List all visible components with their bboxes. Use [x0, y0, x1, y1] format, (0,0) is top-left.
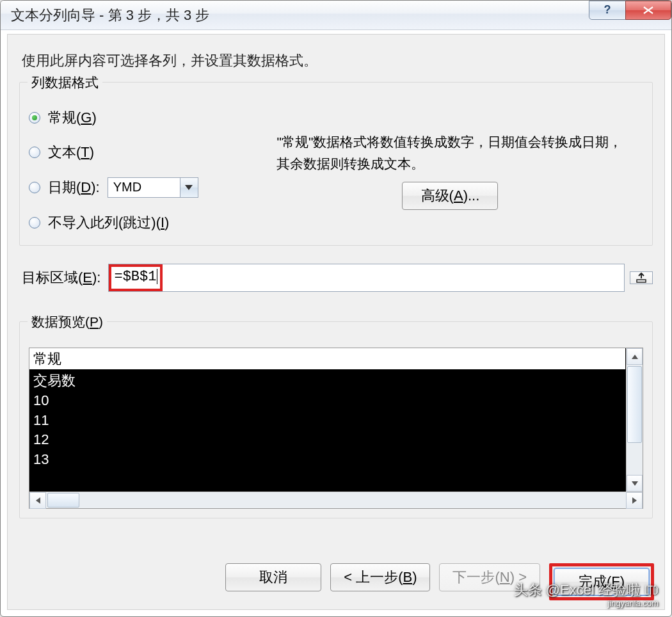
radio-skip[interactable]: 不导入此列(跳过)(I): [29, 213, 262, 232]
radio-date-label: 日期(D):: [48, 178, 100, 197]
preview-row: 12: [33, 430, 622, 450]
arrow-up-icon: [632, 355, 638, 359]
advanced-button[interactable]: 高级(A)...: [402, 182, 498, 210]
preview-row: 交易数: [33, 371, 622, 391]
arrow-left-icon: [36, 497, 40, 504]
range-picker-button[interactable]: [630, 271, 653, 284]
close-button[interactable]: [625, 1, 671, 20]
text-to-columns-wizard-dialog: 文本分列向导 - 第 3 步，共 3 步 ? 使用此屏内容可选择各列，并设置其数…: [0, 0, 672, 617]
scroll-down-button[interactable]: [627, 475, 643, 492]
help-button[interactable]: ?: [589, 1, 626, 20]
preview-group: 数据预览(P) 常规 交易数 10 11 12 13: [19, 321, 653, 518]
radio-icon: [29, 112, 40, 124]
dropdown-button[interactable]: [180, 178, 198, 197]
preview-row: 10: [33, 391, 622, 411]
destination-input[interactable]: =$B$1: [108, 264, 625, 292]
column-format-group: 列数据格式 常规(G) 文本(T) 日期(D): YMD: [19, 82, 653, 246]
radio-general-label: 常规(G): [48, 108, 97, 127]
preview-row: 13: [33, 450, 622, 470]
scroll-thumb[interactable]: [47, 493, 79, 508]
radio-text-label: 文本(T): [48, 143, 94, 162]
preview-column-header[interactable]: 常规: [29, 348, 626, 370]
arrow-down-icon: [632, 481, 638, 486]
finish-button-highlight: 完成(F): [549, 563, 654, 600]
collapse-dialog-icon: [636, 272, 647, 284]
close-icon: [642, 6, 655, 15]
date-format-combo[interactable]: YMD: [108, 177, 198, 198]
svg-rect-2: [637, 280, 646, 282]
scroll-thumb[interactable]: [627, 366, 642, 443]
radio-icon: [29, 147, 40, 158]
dialog-title: 文本分列向导 - 第 3 步，共 3 步: [7, 6, 589, 25]
instruction-text: 使用此屏内容可选择各列，并设置其数据格式。: [22, 51, 653, 70]
column-format-title: 列数据格式: [28, 74, 102, 92]
scroll-right-button[interactable]: [626, 492, 643, 509]
back-button[interactable]: < 上一步(B): [330, 563, 430, 591]
arrow-right-icon: [632, 497, 637, 504]
scroll-up-button[interactable]: [627, 348, 643, 365]
radio-skip-label: 不导入此列(跳过)(I): [48, 213, 169, 232]
titlebar-buttons: ?: [589, 1, 671, 24]
scroll-left-button[interactable]: [29, 492, 46, 509]
destination-label: 目标区域(E):: [22, 268, 100, 287]
next-button: 下一步(N) >: [439, 563, 540, 591]
titlebar[interactable]: 文本分列向导 - 第 3 步，共 3 步 ?: [1, 1, 671, 30]
finish-button[interactable]: 完成(F): [554, 568, 650, 596]
radio-date[interactable]: 日期(D): YMD: [29, 177, 262, 198]
date-format-value: YMD: [108, 178, 180, 197]
chevron-down-icon: [185, 185, 193, 190]
radio-text[interactable]: 文本(T): [29, 143, 262, 162]
dialog-body: 使用此屏内容可选择各列，并设置其数据格式。 列数据格式 常规(G) 文本(T) …: [7, 34, 665, 610]
preview-title: 数据预览(P): [28, 313, 107, 331]
preview-row: 11: [33, 411, 622, 431]
cancel-button[interactable]: 取消: [225, 563, 321, 591]
preview-grid[interactable]: 常规 交易数 10 11 12 13: [29, 348, 643, 492]
format-info-text: "常规"数据格式将数值转换成数字，日期值会转换成日期，其余数据则转换成文本。: [276, 131, 623, 174]
destination-row: 目标区域(E): =$B$1: [22, 264, 653, 292]
preview-column-data: 交易数 10 11 12 13: [29, 370, 626, 492]
help-icon: ?: [604, 3, 611, 17]
vertical-scrollbar[interactable]: [626, 348, 643, 492]
destination-value-highlight: =$B$1: [109, 264, 163, 291]
radio-icon: [29, 217, 40, 228]
radio-general[interactable]: 常规(G): [29, 108, 262, 127]
dialog-footer: 取消 < 上一步(B) 下一步(N) > 完成(F): [8, 563, 654, 600]
scroll-track[interactable]: [46, 492, 626, 508]
preview-box: 常规 交易数 10 11 12 13: [29, 348, 643, 509]
horizontal-scrollbar[interactable]: [29, 492, 643, 508]
scroll-track[interactable]: [627, 365, 643, 475]
radio-icon: [29, 182, 40, 193]
